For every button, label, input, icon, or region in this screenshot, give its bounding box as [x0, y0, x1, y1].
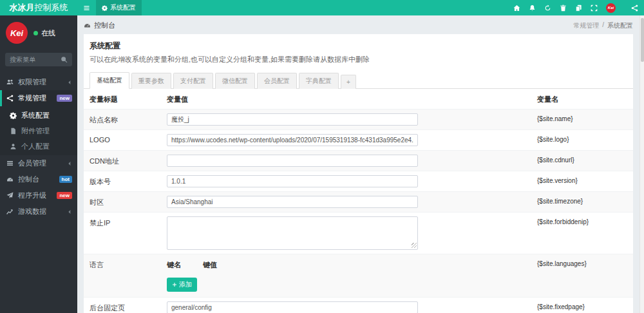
breadcrumb[interactable]: 控制台 — [84, 21, 115, 30]
key-value-label: 键值 — [203, 260, 217, 270]
variable-title: 站点名称 — [90, 112, 167, 125]
hamburger-icon[interactable] — [83, 0, 90, 15]
trash-icon[interactable] — [560, 5, 567, 12]
variable-title: 语言 — [90, 257, 167, 270]
chevron-left-icon — [67, 209, 72, 214]
variable-value-input[interactable] — [167, 175, 418, 187]
col-header-name: 变量名 — [537, 95, 627, 104]
status-dot — [33, 31, 38, 35]
expand-icon[interactable] — [591, 5, 598, 12]
col-header-value: 变量值 — [167, 95, 537, 104]
resize-handle-icon[interactable] — [412, 243, 417, 248]
breadcrumb-separator: / — [602, 21, 604, 30]
variable-name: {$site.languages} — [537, 257, 627, 267]
refresh-icon[interactable] — [544, 5, 551, 12]
tab[interactable]: 重要参数 — [131, 73, 171, 89]
variable-name: {$site.name} — [537, 112, 627, 122]
scrollbar-thumb[interactable] — [641, 18, 644, 62]
sidebar-menu: 权限管理 常规管理 new 系统配置 附件管理 个人配置 会员管理 控制台 ho… — [0, 74, 77, 220]
sidebar-item-label: 会员管理 — [18, 158, 62, 168]
badge: new — [57, 95, 72, 102]
sidebar-item-label: 常规管理 — [18, 93, 52, 103]
breadcrumb-parent[interactable]: 常规管理 — [573, 21, 599, 30]
variable-title: 后台固定页 — [90, 300, 167, 313]
user-avatar[interactable]: Kei — [606, 3, 616, 13]
send-icon — [6, 192, 14, 199]
chevron-left-icon — [67, 161, 72, 166]
page-description: 可以在此增改系统的变量和分组,也可以自定义分组和变量,如果需要删除请从数据库中删… — [90, 55, 627, 64]
vertical-scrollbar — [639, 15, 644, 313]
breadcrumb-right: 常规管理 / 系统配置 — [573, 21, 633, 30]
tab[interactable]: 字典配置 — [299, 73, 339, 89]
badge: hot — [59, 176, 72, 183]
tab[interactable]: 微信配置 — [215, 73, 255, 89]
add-tab-button[interactable]: + — [341, 75, 356, 89]
nodes-icon — [6, 95, 14, 102]
badge: new — [57, 192, 72, 199]
language-kv-editor: 键名键值 添加 — [167, 257, 537, 294]
tab[interactable]: 支付配置 — [173, 73, 213, 89]
page-title: 系统配置 — [90, 41, 627, 52]
config-panel: 系统配置 可以在此增改系统的变量和分组,也可以自定义分组和变量,如果需要删除请从… — [84, 34, 633, 313]
sidebar-item-label: 系统配置 — [21, 111, 72, 120]
sidebar-item[interactable]: 会员管理 — [0, 155, 77, 171]
tab[interactable]: 会员配置 — [257, 73, 297, 89]
avatar[interactable]: Kei — [6, 22, 28, 44]
sidebar-item[interactable]: 程序升级 new — [0, 187, 77, 204]
variable-value-input[interactable] — [167, 196, 418, 208]
table-row: 后台固定页 {$site.fixedpage} — [84, 297, 633, 313]
sidebar-item-label: 控制台 — [18, 175, 55, 184]
sidebar-item[interactable]: 常规管理 new — [0, 90, 77, 106]
sidebar: Kei 在线 权限管理 常规管理 new 系统配置 附件管理 个人配置 会员管理… — [0, 15, 77, 313]
open-tab-label: 系统配置 — [110, 3, 136, 12]
home-icon[interactable] — [513, 5, 520, 12]
submenu: 系统配置 附件管理 个人配置 — [0, 106, 77, 155]
open-tab-system-config[interactable]: 系统配置 — [96, 0, 142, 15]
gear-icon — [102, 5, 108, 11]
brand-rest: 控制系统 — [35, 3, 68, 12]
app-logo: 水冰月控制系统 — [0, 0, 77, 15]
sidebar-item[interactable]: 游戏数据 — [0, 204, 77, 220]
plus-icon — [172, 282, 177, 287]
tab[interactable]: 基础配置 — [90, 72, 129, 89]
sidebar-item-label: 权限管理 — [18, 77, 62, 87]
variable-value-input[interactable] — [167, 113, 418, 126]
variable-name: {$site.cdnurl} — [537, 153, 627, 164]
table-row: 禁止IP {$site.forbiddenip} — [84, 212, 633, 254]
main-content: 控制台 常规管理 / 系统配置 系统配置 可以在此增改系统的变量和分组,也可以自… — [77, 15, 639, 313]
variable-title: 版本号 — [90, 174, 167, 187]
dashboard-icon — [84, 22, 91, 29]
navbar-icons: Kei — [513, 0, 616, 15]
list-icon — [6, 160, 14, 167]
variable-value-textarea[interactable] — [167, 216, 418, 250]
online-status: 在线 — [33, 28, 55, 38]
variable-value-input[interactable] — [167, 155, 418, 167]
add-button[interactable]: 添加 — [167, 278, 197, 292]
copy-icon[interactable] — [575, 5, 582, 12]
table-row: CDN地址 {$site.cdnurl} — [84, 150, 633, 171]
variable-name: {$site.timezone} — [537, 194, 627, 205]
variable-title: CDN地址 — [90, 153, 167, 166]
sidebar-item[interactable]: 权限管理 — [0, 74, 77, 90]
content-header: 控制台 常规管理 / 系统配置 — [77, 15, 639, 34]
sidebar-subitem[interactable]: 系统配置 — [0, 108, 77, 123]
sidebar-subitem[interactable]: 附件管理 — [0, 123, 77, 138]
bell-icon[interactable] — [529, 5, 536, 12]
status-label: 在线 — [41, 28, 55, 38]
search-input[interactable] — [10, 56, 61, 63]
variable-value-input[interactable] — [167, 301, 418, 313]
variable-value-input[interactable] — [167, 134, 418, 146]
breadcrumb-label: 控制台 — [94, 21, 115, 30]
brand-bold: 水冰月 — [10, 3, 35, 12]
search-icon[interactable] — [61, 56, 68, 63]
gear-icon — [10, 112, 17, 119]
sidebar-subitem[interactable]: 个人配置 — [0, 138, 77, 154]
chevron-left-icon — [67, 80, 72, 85]
sidebar-item[interactable]: 控制台 hot — [0, 171, 77, 187]
share-nodes-icon[interactable] — [631, 0, 638, 15]
variable-name: {$site.fixedpage} — [537, 300, 627, 310]
table-row: 语言 键名键值 添加 {$site.languages} — [84, 254, 633, 297]
variable-title: LOGO — [90, 133, 167, 144]
col-header-title: 变量标题 — [90, 95, 167, 104]
variable-title: 时区 — [90, 194, 167, 207]
